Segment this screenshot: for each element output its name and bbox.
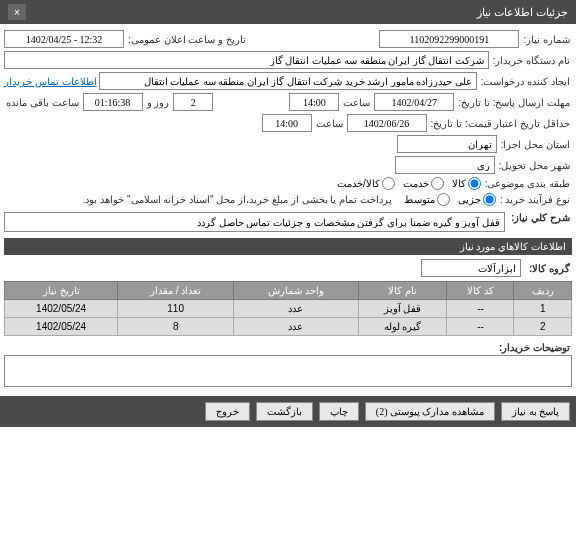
docs-button[interactable]: مشاهده مدارک پیوستی (2) [365,402,495,421]
announce-field[interactable] [4,30,124,48]
radio-goods-input[interactable] [468,177,481,190]
notes-field[interactable] [4,355,572,387]
validity-date-field[interactable] [347,114,427,132]
col-code: کد کالا [447,282,514,300]
hour-label-2: ساعت [314,118,345,129]
sharh-field[interactable] [4,212,505,232]
creator-field[interactable] [99,72,477,90]
sharh-label: شرح کلي نياز: [509,212,572,223]
radio-medium[interactable]: متوسط [404,193,450,206]
col-date: تاریخ نیاز [5,282,118,300]
niaz-num-label: شماره نیاز: [521,34,572,45]
hour-label-1: ساعت [341,97,372,108]
validity-hour-field[interactable] [262,114,312,132]
deadline-label: مهلت ارسال پاسخ: تا تاریخ: [456,97,572,108]
col-name: نام کالا [358,282,447,300]
radio-both-input[interactable] [382,177,395,190]
window-title: جزئیات اطلاعات نیاز [477,6,568,19]
goods-section-header: اطلاعات کالاهاي مورد نياز [4,238,572,255]
day-label: روز و [145,97,172,108]
exit-button[interactable]: خروج [205,402,250,421]
reply-button[interactable]: پاسخ به نیاز [501,402,570,421]
col-row: ردیف [514,282,572,300]
creator-label: ایجاد کننده درخواست: [479,76,572,87]
process-note: پرداخت تمام یا بخشی از مبلغ خرید،از محل … [81,194,394,205]
remaining-time-field[interactable] [83,93,143,111]
remaining-label: ساعت باقی مانده [4,97,81,108]
goods-table: ردیف کد کالا نام کالا واحد شمارش تعداد /… [4,281,572,336]
delivery-field[interactable] [395,156,495,174]
radio-partial-input[interactable] [483,193,496,206]
form-panel: شماره نیاز: تاریخ و ساعت اعلان عمومی: نا… [0,24,576,396]
niaz-num-field[interactable] [379,30,519,48]
exec-field[interactable] [397,135,497,153]
radio-both[interactable]: کالا/خدمت [337,177,395,190]
title-bar: جزئیات اطلاعات نیاز × [0,0,576,24]
table-row[interactable]: 2 -- گیره لوله عدد 8 1402/05/24 [5,318,572,336]
group-label: گروه کالا: [527,263,572,274]
print-button[interactable]: چاپ [319,402,359,421]
contact-link[interactable]: اطلاعات تماس خریدار [4,76,97,87]
deadline-hour-field[interactable] [289,93,339,111]
group-field[interactable] [421,259,521,277]
category-label: طبقه بندی موضوعی: [483,178,572,189]
deadline-date-field[interactable] [374,93,454,111]
notes-label: توضیحات خریدار: [497,342,572,353]
radio-service-input[interactable] [431,177,444,190]
day-count-field[interactable] [173,93,213,111]
buyer-field[interactable] [4,51,489,69]
radio-partial[interactable]: جزیی [458,193,496,206]
col-unit: واحد شمارش [234,282,359,300]
announce-label: تاریخ و ساعت اعلان عمومی: [126,34,248,45]
footer-bar: پاسخ به نیاز مشاهده مدارک پیوستی (2) چاپ… [0,396,576,427]
validity-label: حداقل تاریخ اعتبار قیمت: تا تاریخ: [429,118,572,129]
table-row[interactable]: 1 -- قفل آویز عدد 110 1402/05/24 [5,300,572,318]
delivery-label: شهر محل تحویل: [497,160,572,171]
radio-goods[interactable]: کالا [452,177,481,190]
back-button[interactable]: بازگشت [256,402,313,421]
exec-label: استان محل اجرا: [499,139,572,150]
radio-service[interactable]: خدمت [403,177,444,190]
col-qty: تعداد / مقدار [118,282,234,300]
buyer-label: نام دستگاه خریدار: [491,55,572,66]
radio-medium-input[interactable] [437,193,450,206]
close-icon[interactable]: × [8,4,26,20]
process-label: نوع فرآیند خرید : [498,194,572,205]
